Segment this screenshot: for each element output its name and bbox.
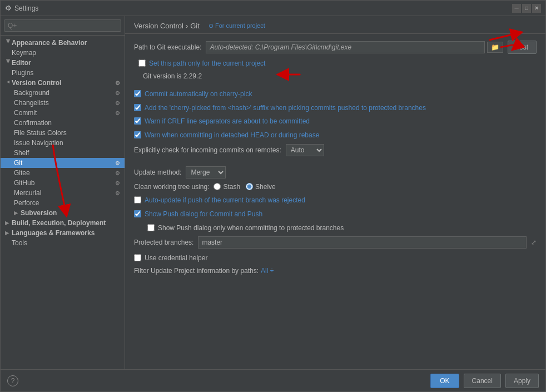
window-title: Settings (14, 4, 512, 12)
stash-label-text: Stash (223, 183, 240, 191)
arrow-icon: ▶ (6, 59, 11, 66)
shelve-radio-label[interactable]: Shelve (246, 183, 276, 191)
cherry-picked-suffix-checkbox[interactable] (134, 104, 141, 111)
sidebar-item-keymap[interactable]: Keymap (1, 48, 125, 58)
filter-value-link[interactable]: All ÷ (261, 267, 274, 275)
gear-icon: ⚙ (115, 100, 120, 106)
sidebar-item-confirmation[interactable]: Confirmation (1, 118, 125, 128)
stash-radio-label[interactable]: Stash (214, 183, 240, 191)
use-credential-checkbox[interactable] (134, 254, 141, 261)
auto-update-row: Auto-update if push of the current branc… (134, 195, 537, 206)
ok-button[interactable]: OK (430, 374, 459, 388)
sidebar-item-editor[interactable]: ▶ Editor (1, 58, 125, 68)
filter-label: Filter Update Project information by pat… (134, 267, 259, 275)
breadcrumb: Version Control › Git (134, 22, 200, 30)
crlf-warn-checkbox[interactable] (134, 117, 141, 125)
set-path-label[interactable]: Set this path only for the current proje… (149, 59, 265, 68)
clean-working-tree-row: Clean working tree using: Stash Shelve (134, 183, 537, 191)
cherry-pick-checkbox[interactable] (134, 90, 141, 97)
path-input-wrapper: 📁 (206, 41, 503, 53)
content-area: ▶ Appearance & Behavior Keymap ▶ Editor (1, 16, 545, 369)
breadcrumb-separator: › (186, 22, 188, 30)
cherry-picked-suffix-label[interactable]: Add the 'cherry-picked from <hash>' suff… (145, 103, 426, 113)
set-path-row: Set this path only for the current proje… (134, 58, 537, 69)
use-credential-label[interactable]: Use credential helper (145, 254, 207, 263)
sidebar-item-background[interactable]: Background ⚙ (1, 88, 125, 98)
shelve-radio[interactable] (246, 183, 253, 190)
auto-update-checkbox[interactable] (134, 196, 141, 204)
sidebar-tree: ▶ Appearance & Behavior Keymap ▶ Editor (1, 36, 125, 369)
detached-head-row: Warn when committing in detached HEAD or… (134, 130, 537, 141)
expand-protected-button[interactable]: ⤢ (531, 239, 537, 246)
help-button[interactable]: ? (7, 375, 18, 386)
sidebar-item-changelists[interactable]: Changelists ⚙ (1, 98, 125, 108)
sidebar-item-tools[interactable]: Tools (1, 238, 125, 248)
sidebar-search-container (1, 16, 125, 36)
sidebar-item-github[interactable]: GitHub ⚙ (1, 178, 125, 188)
sidebar-item-shelf[interactable]: Shelf (1, 148, 125, 158)
breadcrumb-parent: Version Control (134, 22, 183, 30)
sidebar-item-subversion[interactable]: ▶ Subversion (1, 208, 125, 218)
cherry-picked-suffix-row: Add the 'cherry-picked from <hash>' suff… (134, 103, 537, 113)
sidebar-item-appearance[interactable]: ▶ Appearance & Behavior (1, 38, 125, 48)
sidebar-item-plugins[interactable]: Plugins (1, 68, 125, 78)
incoming-commits-row: Explicitly check for incoming commits on… (134, 144, 537, 156)
arrow-icon: ▶ (6, 39, 11, 46)
cancel-button[interactable]: Cancel (464, 374, 501, 388)
sidebar-item-issue-navigation[interactable]: Issue Navigation (1, 138, 125, 148)
test-button[interactable]: Test (508, 41, 537, 54)
clean-tree-radio-group: Stash Shelve (214, 183, 275, 191)
show-push-row: Show Push dialog for Commit and Push (134, 209, 537, 220)
sidebar-item-git[interactable]: Git ⚙ (1, 158, 125, 168)
gear-icon: ⚙ (115, 160, 120, 166)
set-path-checkbox[interactable] (138, 59, 146, 67)
clean-working-tree-label: Clean working tree using: (134, 183, 209, 191)
bottom-right: OK Cancel Apply (430, 374, 539, 388)
detached-head-checkbox[interactable] (134, 131, 141, 138)
incoming-commits-select[interactable]: Auto Always Never (286, 144, 324, 156)
crlf-warn-label[interactable]: Warn if CRLF line separators are about t… (145, 117, 310, 126)
git-path-row: Path to Git executable: 📁 Test (134, 41, 537, 54)
show-push-protected-row: Show Push dialog only when committing to… (134, 223, 537, 234)
sidebar-item-languages[interactable]: ▶ Languages & Frameworks (1, 228, 125, 238)
sidebar: ▶ Appearance & Behavior Keymap ▶ Editor (1, 16, 125, 369)
sidebar-item-mercurial[interactable]: Mercurial ⚙ (1, 188, 125, 198)
main-header: Version Control › Git ⊙ For current proj… (125, 16, 545, 34)
show-push-protected-label[interactable]: Show Push dialog only when committing to… (158, 224, 344, 233)
sidebar-item-commit[interactable]: Commit ⚙ (1, 108, 125, 118)
bottom-bar: ? OK Cancel Apply (1, 369, 545, 391)
filter-row: Filter Update Project information by pat… (134, 267, 537, 275)
show-push-checkbox[interactable] (134, 210, 141, 217)
arrow-icon: ▶ (5, 230, 12, 236)
window-controls: ─ □ ✕ (512, 4, 541, 13)
sidebar-item-gitee[interactable]: Gitee ⚙ (1, 168, 125, 178)
title-bar: ⚙ Settings ─ □ ✕ (1, 1, 545, 16)
git-path-input[interactable] (206, 41, 485, 53)
sidebar-item-perforce[interactable]: Perforce (1, 198, 125, 208)
protected-branches-row: Protected branches: ⤢ (134, 236, 537, 249)
main-content: Version Control › Git ⊙ For current proj… (125, 16, 545, 369)
cherry-pick-label[interactable]: Commit automatically on cherry-pick (145, 90, 252, 99)
breadcrumb-current: Git (190, 22, 200, 30)
sidebar-item-file-status-colors[interactable]: File Status Colors (1, 128, 125, 138)
sidebar-item-build[interactable]: ▶ Build, Execution, Deployment (1, 218, 125, 228)
sidebar-search-input[interactable] (4, 19, 121, 32)
stash-radio[interactable] (214, 183, 221, 190)
close-button[interactable]: ✕ (532, 4, 541, 13)
arrow-icon: ▼ (6, 80, 11, 86)
auto-update-label[interactable]: Auto-update if push of the current branc… (145, 196, 305, 205)
detached-head-label[interactable]: Warn when committing in detached HEAD or… (145, 131, 319, 140)
maximize-button[interactable]: □ (522, 4, 531, 13)
apply-button[interactable]: Apply (505, 374, 539, 388)
sidebar-item-version-control[interactable]: ▼ Version Control ⚙ (1, 78, 125, 88)
window-icon: ⚙ (5, 4, 12, 12)
minimize-button[interactable]: ─ (512, 4, 521, 13)
gear-icon: ⚙ (115, 90, 120, 96)
update-method-select[interactable]: Merge Rebase (186, 166, 226, 178)
browse-folder-button[interactable]: 📁 (487, 42, 503, 53)
show-push-label[interactable]: Show Push dialog for Commit and Push (145, 210, 262, 219)
gear-icon: ⚙ (115, 80, 120, 86)
for-current-project-link[interactable]: ⊙ For current project (209, 22, 265, 29)
show-push-protected-checkbox[interactable] (147, 224, 155, 231)
protected-branches-input[interactable] (198, 236, 527, 249)
